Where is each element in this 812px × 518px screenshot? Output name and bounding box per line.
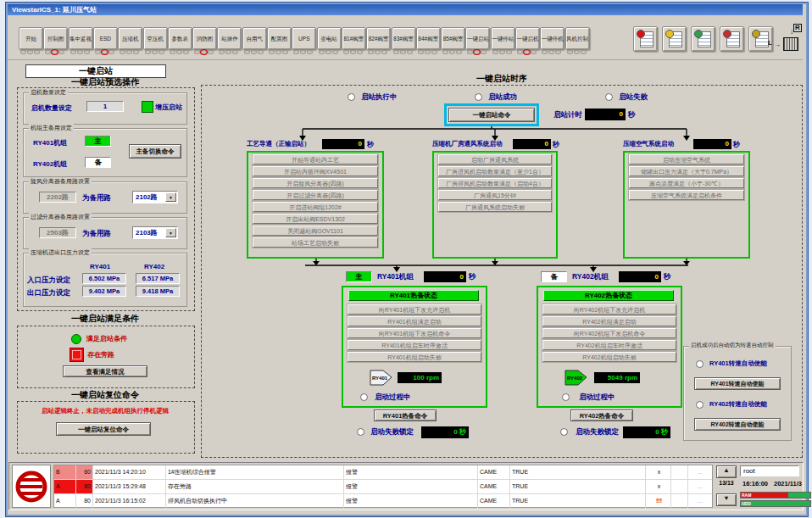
toolbar-button-indicators [168,50,191,55]
indicator-oval [524,50,530,54]
view-conditions-button[interactable]: 查看满足情况 [63,365,147,377]
toolbar-button-18[interactable]: 一键启站 [465,27,490,50]
ry402-unit-block: 备 RY402机组 0 秒 RY402热备状态 向RY402机组下发允许启机RY… [537,270,681,441]
event-list-button[interactable] [662,26,687,52]
toolbar-button-5[interactable]: 空压机 [143,27,168,50]
station-timer-label: 启站计时 [553,110,582,120]
indicator-oval [492,50,498,54]
toolbar-button-label: 一键停站 [492,36,514,42]
toolbar-button-14[interactable]: 82#阀室 [366,27,391,50]
select-dropdown-icon[interactable]: ▼ [165,228,176,237]
conditions-title: 一键启站满足条件 [12,313,198,325]
alarm-scroll-up-button[interactable]: ▲ [716,465,737,478]
toolbar-button-13[interactable]: 81#阀室 [342,27,366,50]
toolbar-button-8[interactable]: 站操作 [217,27,242,50]
toolbar-button-0[interactable]: 开始 [19,27,43,50]
unit-running-indicator [562,393,570,401]
status-date: 2021/11/3 [774,480,802,487]
badge-icon [637,30,645,38]
mouse-left-label: L [768,39,772,47]
indicator-oval [542,50,548,54]
indicator-oval [282,50,288,54]
indicator-oval [332,50,338,54]
indicator-oval [102,50,108,54]
toolbar-button-label: 风机控制 [566,36,588,42]
alarm-cell-level: A [54,480,76,493]
unit-fail-lock-timer: 0 秒 [623,426,670,438]
toolbar-button-22[interactable]: 风机控制 [565,27,590,50]
toolbar-button-indicators [317,50,340,55]
alarm-cell-type: 报警 [344,480,478,493]
toolbar-button-7[interactable]: 消防图 [192,27,217,50]
ry401-unit-block: 主 RY401机组 0 秒 RY401热备状态 向RY401机组下发允许启机RY… [342,270,486,441]
toolbar-button-12[interactable]: 变电站 [317,27,342,50]
alarm-cell-blank [671,465,688,479]
ry402-speed-auto-button[interactable]: RY402转速自动使能 [694,418,781,431]
cyclone-standby-select[interactable]: 2102路 ▼ [132,191,178,203]
conditions-ok-label: 满足启站条件 [86,334,127,343]
indicator-oval [350,50,356,54]
column-timer-unit: 秒 [553,140,559,149]
outlet-pressure-ry402[interactable]: 9.418 MPa [136,286,180,297]
filter-standby-select[interactable]: 2103路 ▼ [132,226,178,239]
toolbar-button-17[interactable]: 85#阀室 [441,27,465,50]
inlet-pressure-ry402[interactable]: 6.517 MPa [136,273,180,284]
indicator-oval [244,50,250,54]
ry402-state-box: 备 [85,157,111,168]
unit-standby-command-button[interactable]: RY401热备命令 [374,409,437,421]
alarm-scroll-down-button[interactable]: ▼ [716,493,737,506]
standby-switch-button[interactable]: 主备切换命令 [129,144,181,159]
toolbar-button-2[interactable]: 集中监视 [69,27,93,50]
column-header: 压缩机厂房通风系统启动 [432,140,503,148]
indicator-oval [34,50,40,54]
svg-text:RY401: RY401 [372,376,388,381]
indicator-oval [393,50,399,54]
outlet-pressure-ry401[interactable]: 9.402 MPa [82,286,126,297]
reset-command-button[interactable]: 一键启站复位命令 [56,422,151,436]
select-dropdown-icon[interactable]: ▼ [165,192,176,202]
alarm-row[interactable]: B602021/11/3 14:20:101#压缩机综合报警报警CAMETRUE… [54,465,712,480]
toolbar-button-21[interactable]: 一键停机 [540,27,565,50]
indicator-oval [232,50,238,54]
alarm-cell-ack: x [646,480,671,493]
station-success-indicator [475,93,482,101]
ry401-speed-auto-button[interactable]: RY401转速自动使能 [694,377,781,390]
start-count-input[interactable]: 1 [86,101,124,112]
indicator-oval [418,50,424,54]
toolbar-button-15[interactable]: 83#阀室 [392,27,416,50]
toolbar-button-10[interactable]: 配置图 [267,27,292,50]
toolbar-button-16[interactable]: 84#阀室 [416,27,441,50]
toolbar-button-3[interactable]: ESD [93,27,118,50]
toolbar-button-20[interactable]: 一键启机 [515,27,540,50]
unit-step: 向RY401机组下发允许启机 [348,304,481,315]
toolbar-button-19[interactable]: 一键停站 [491,27,515,50]
indicator-oval [201,50,207,54]
pressure-col-ry401: RY401 [90,263,110,270]
toolbar-button-9[interactable]: 自用气 [242,27,267,50]
toolbar-button-4[interactable]: 压缩机 [118,27,142,50]
reset-title: 一键启站复位命令 [12,389,198,401]
indicator-oval [183,50,189,54]
indicator-oval [375,50,381,54]
toolbar-button-indicators [342,50,364,55]
toolbar-button-11[interactable]: UPS [292,27,316,50]
alarm-row[interactable]: A802021/11/3 15:29:48存在旁路报警CAMETRUEx... [54,480,712,494]
one-key-start-command-button[interactable]: 一键启站命令 [448,108,535,122]
unit-standby-command-button[interactable]: RY402热备命令 [570,409,633,421]
indicator-oval [400,50,406,54]
trend-chart-button[interactable] [691,26,715,52]
indicator-oval [120,50,125,54]
toolbar-button-6[interactable]: 参数表 [168,27,192,50]
alarm-cell-time: 2021/11/3 16:15:02 [93,494,166,508]
alarm-list-button[interactable] [633,26,658,52]
indicator-oval [45,50,51,54]
sequence-step: 启动厂房通风系统 [438,154,552,164]
indicator-oval [381,50,387,54]
inlet-pressure-ry401[interactable]: 6.502 MPa [82,273,126,284]
column-timer-unit: 秒 [367,140,374,149]
sequence-step: 厂房通风15分钟 [438,190,552,200]
toolbar-button-1[interactable]: 控制图 [43,27,68,50]
report-export-button[interactable] [720,26,744,52]
toolbar-button-label: 83#阀室 [393,36,414,42]
alarm-row[interactable]: A802021/11/3 16:15:02排风机自动切换执行中报警CAMETRU… [54,494,712,509]
